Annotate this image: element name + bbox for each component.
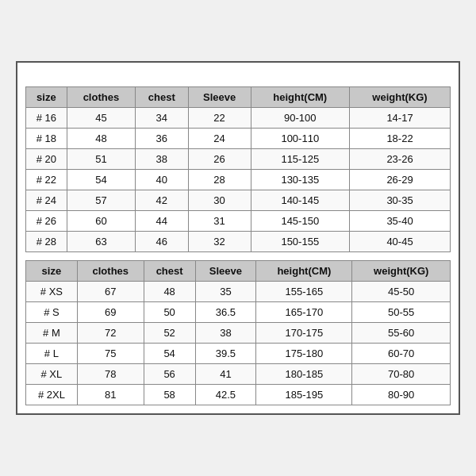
table-cell: 52 [144, 323, 195, 344]
table-row: # XS674835155-16545-50 [26, 282, 451, 302]
table2-header: sizeclotheschestSleeveheight(CM)weight(K… [26, 261, 451, 282]
table-cell: 36 [136, 129, 189, 149]
table-cell: # 26 [26, 211, 67, 232]
table-row: # 2XL815842.5185-19580-90 [26, 385, 451, 405]
table-cell: # 18 [26, 129, 67, 149]
table-cell: 45 [67, 108, 135, 129]
table-cell: 30 [188, 190, 251, 211]
table-cell: # L [26, 344, 78, 364]
table2-body: # XS674835155-16545-50# S695036.5165-170… [26, 282, 451, 405]
table-cell: # XL [26, 364, 78, 385]
table-cell: 24 [188, 129, 251, 149]
table1-col-header: clothes [67, 87, 135, 108]
table2-col-header: clothes [77, 261, 144, 282]
table-cell: 72 [77, 323, 144, 344]
table-cell: 80-90 [352, 385, 451, 405]
table-cell: 60-70 [352, 344, 451, 364]
table-cell: 155-165 [256, 282, 352, 302]
table-cell: 45-50 [352, 282, 451, 302]
table-cell: 115-125 [251, 149, 349, 170]
table1-header: sizeclotheschestSleeveheight(CM)weight(K… [26, 87, 451, 108]
table-cell: # M [26, 323, 78, 344]
table-cell: 75 [77, 344, 144, 364]
table-cell: 46 [136, 232, 189, 252]
table1-col-header: Sleeve [188, 87, 251, 108]
table-cell: # 28 [26, 232, 67, 252]
table-row: # 18483624100-11018-22 [26, 129, 451, 149]
table-cell: 34 [136, 108, 189, 129]
table-row: # 20513826115-12523-26 [26, 149, 451, 170]
table-cell: 40 [136, 170, 189, 190]
table2-header-row: sizeclotheschestSleeveheight(CM)weight(K… [26, 261, 451, 282]
table2-col-header: chest [144, 261, 195, 282]
table-cell: 26 [188, 149, 251, 170]
table-cell: 69 [77, 302, 144, 323]
table-cell: 170-175 [256, 323, 352, 344]
table-cell: 41 [195, 364, 256, 385]
table-cell: 55-60 [352, 323, 451, 344]
table-cell: 150-155 [251, 232, 349, 252]
table-cell: 78 [77, 364, 144, 385]
table1-col-header: height(CM) [251, 87, 349, 108]
table-cell: 18-22 [350, 129, 451, 149]
table-cell: 39.5 [195, 344, 256, 364]
table-row: # 22544028130-13526-29 [26, 170, 451, 190]
table-cell: 90-100 [251, 108, 349, 129]
table-cell: 30-35 [350, 190, 451, 211]
table1-col-header: size [26, 87, 67, 108]
table-cell: 58 [144, 385, 195, 405]
table-cell: 180-185 [256, 364, 352, 385]
table-cell: 50 [144, 302, 195, 323]
table-cell: 50-55 [352, 302, 451, 323]
table-cell: 22 [188, 108, 251, 129]
table1-body: # 1645342290-10014-17# 18483624100-11018… [26, 108, 451, 252]
table-cell: 54 [67, 170, 135, 190]
table-row: # S695036.5165-17050-55 [26, 302, 451, 323]
table-row: # XL785641180-18570-80 [26, 364, 451, 385]
table-cell: 165-170 [256, 302, 352, 323]
table-cell: 14-17 [350, 108, 451, 129]
table2-col-header: size [26, 261, 78, 282]
table-cell: 48 [67, 129, 135, 149]
table-cell: 42.5 [195, 385, 256, 405]
table-cell: 67 [77, 282, 144, 302]
table-cell: 175-180 [256, 344, 352, 364]
table-cell: 35 [195, 282, 256, 302]
table-cell: 48 [144, 282, 195, 302]
table-cell: 100-110 [251, 129, 349, 149]
table-row: # 1645342290-10014-17 [26, 108, 451, 129]
table1-col-header: chest [136, 87, 189, 108]
table-cell: 31 [188, 211, 251, 232]
table-cell: # 24 [26, 190, 67, 211]
table-cell: 70-80 [352, 364, 451, 385]
table-cell: 23-26 [350, 149, 451, 170]
size-table-2: sizeclotheschestSleeveheight(CM)weight(K… [25, 260, 451, 405]
table-cell: 35-40 [350, 211, 451, 232]
size-table-1: sizeclotheschestSleeveheight(CM)weight(K… [25, 86, 451, 252]
table-cell: 36.5 [195, 302, 256, 323]
table-cell: 145-150 [251, 211, 349, 232]
table-cell: 185-195 [256, 385, 352, 405]
table-cell: 40-45 [350, 232, 451, 252]
table-cell: 56 [144, 364, 195, 385]
table-cell: # S [26, 302, 78, 323]
table-cell: # XS [26, 282, 78, 302]
table1-header-row: sizeclotheschestSleeveheight(CM)weight(K… [26, 87, 451, 108]
table-row: # L755439.5175-18060-70 [26, 344, 451, 364]
table-cell: # 16 [26, 108, 67, 129]
table-cell: 130-135 [251, 170, 349, 190]
table-cell: 57 [67, 190, 135, 211]
table2-col-header: height(CM) [256, 261, 352, 282]
table-cell: 44 [136, 211, 189, 232]
table2-col-header: Sleeve [195, 261, 256, 282]
table-cell: 38 [195, 323, 256, 344]
table-cell: 54 [144, 344, 195, 364]
table1-col-header: weight(KG) [350, 87, 451, 108]
table-cell: 51 [67, 149, 135, 170]
table-cell: 42 [136, 190, 189, 211]
table-cell: # 20 [26, 149, 67, 170]
table-cell: # 2XL [26, 385, 78, 405]
table-cell: 28 [188, 170, 251, 190]
table-row: # M725238170-17555-60 [26, 323, 451, 344]
table-row: # 26604431145-15035-40 [26, 211, 451, 232]
